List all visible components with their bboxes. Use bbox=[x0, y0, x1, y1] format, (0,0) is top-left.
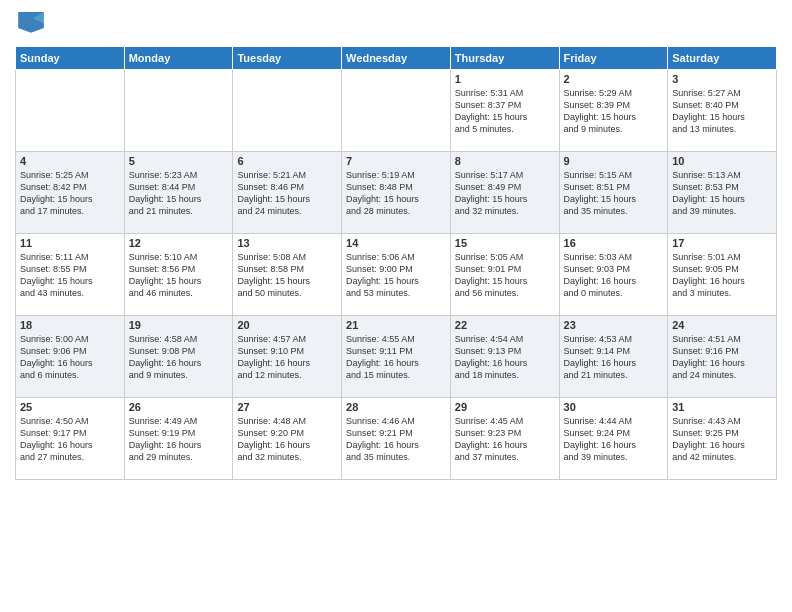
day-info: Sunrise: 5:19 AM Sunset: 8:48 PM Dayligh… bbox=[346, 169, 446, 218]
day-number: 3 bbox=[672, 73, 772, 85]
day-number: 20 bbox=[237, 319, 337, 331]
col-header-monday: Monday bbox=[124, 47, 233, 70]
calendar-cell: 12Sunrise: 5:10 AM Sunset: 8:56 PM Dayli… bbox=[124, 234, 233, 316]
day-number: 11 bbox=[20, 237, 120, 249]
day-number: 15 bbox=[455, 237, 555, 249]
calendar-cell: 19Sunrise: 4:58 AM Sunset: 9:08 PM Dayli… bbox=[124, 316, 233, 398]
day-number: 25 bbox=[20, 401, 120, 413]
calendar-cell: 4Sunrise: 5:25 AM Sunset: 8:42 PM Daylig… bbox=[16, 152, 125, 234]
calendar-cell: 20Sunrise: 4:57 AM Sunset: 9:10 PM Dayli… bbox=[233, 316, 342, 398]
calendar-cell: 25Sunrise: 4:50 AM Sunset: 9:17 PM Dayli… bbox=[16, 398, 125, 480]
calendar-table: SundayMondayTuesdayWednesdayThursdayFrid… bbox=[15, 46, 777, 480]
day-number: 17 bbox=[672, 237, 772, 249]
calendar-cell: 31Sunrise: 4:43 AM Sunset: 9:25 PM Dayli… bbox=[668, 398, 777, 480]
day-info: Sunrise: 5:21 AM Sunset: 8:46 PM Dayligh… bbox=[237, 169, 337, 218]
day-number: 6 bbox=[237, 155, 337, 167]
day-info: Sunrise: 4:54 AM Sunset: 9:13 PM Dayligh… bbox=[455, 333, 555, 382]
calendar-cell bbox=[16, 70, 125, 152]
week-row-4: 18Sunrise: 5:00 AM Sunset: 9:06 PM Dayli… bbox=[16, 316, 777, 398]
calendar-cell: 22Sunrise: 4:54 AM Sunset: 9:13 PM Dayli… bbox=[450, 316, 559, 398]
day-number: 8 bbox=[455, 155, 555, 167]
day-number: 19 bbox=[129, 319, 229, 331]
calendar-cell: 1Sunrise: 5:31 AM Sunset: 8:37 PM Daylig… bbox=[450, 70, 559, 152]
week-row-5: 25Sunrise: 4:50 AM Sunset: 9:17 PM Dayli… bbox=[16, 398, 777, 480]
day-number: 24 bbox=[672, 319, 772, 331]
day-number: 23 bbox=[564, 319, 664, 331]
day-info: Sunrise: 5:06 AM Sunset: 9:00 PM Dayligh… bbox=[346, 251, 446, 300]
day-number: 13 bbox=[237, 237, 337, 249]
day-number: 12 bbox=[129, 237, 229, 249]
day-info: Sunrise: 4:48 AM Sunset: 9:20 PM Dayligh… bbox=[237, 415, 337, 464]
calendar-cell: 13Sunrise: 5:08 AM Sunset: 8:58 PM Dayli… bbox=[233, 234, 342, 316]
day-number: 29 bbox=[455, 401, 555, 413]
day-info: Sunrise: 5:11 AM Sunset: 8:55 PM Dayligh… bbox=[20, 251, 120, 300]
day-number: 18 bbox=[20, 319, 120, 331]
logo-icon bbox=[15, 10, 47, 38]
day-info: Sunrise: 5:01 AM Sunset: 9:05 PM Dayligh… bbox=[672, 251, 772, 300]
calendar-cell: 15Sunrise: 5:05 AM Sunset: 9:01 PM Dayli… bbox=[450, 234, 559, 316]
day-info: Sunrise: 5:05 AM Sunset: 9:01 PM Dayligh… bbox=[455, 251, 555, 300]
calendar-cell: 18Sunrise: 5:00 AM Sunset: 9:06 PM Dayli… bbox=[16, 316, 125, 398]
day-number: 26 bbox=[129, 401, 229, 413]
day-info: Sunrise: 4:43 AM Sunset: 9:25 PM Dayligh… bbox=[672, 415, 772, 464]
day-info: Sunrise: 4:44 AM Sunset: 9:24 PM Dayligh… bbox=[564, 415, 664, 464]
calendar-cell: 14Sunrise: 5:06 AM Sunset: 9:00 PM Dayli… bbox=[342, 234, 451, 316]
day-info: Sunrise: 5:25 AM Sunset: 8:42 PM Dayligh… bbox=[20, 169, 120, 218]
day-info: Sunrise: 5:29 AM Sunset: 8:39 PM Dayligh… bbox=[564, 87, 664, 136]
calendar-cell: 7Sunrise: 5:19 AM Sunset: 8:48 PM Daylig… bbox=[342, 152, 451, 234]
calendar-cell: 3Sunrise: 5:27 AM Sunset: 8:40 PM Daylig… bbox=[668, 70, 777, 152]
col-header-saturday: Saturday bbox=[668, 47, 777, 70]
day-info: Sunrise: 5:27 AM Sunset: 8:40 PM Dayligh… bbox=[672, 87, 772, 136]
day-info: Sunrise: 4:45 AM Sunset: 9:23 PM Dayligh… bbox=[455, 415, 555, 464]
calendar-cell: 28Sunrise: 4:46 AM Sunset: 9:21 PM Dayli… bbox=[342, 398, 451, 480]
day-number: 28 bbox=[346, 401, 446, 413]
day-info: Sunrise: 4:55 AM Sunset: 9:11 PM Dayligh… bbox=[346, 333, 446, 382]
calendar-cell: 9Sunrise: 5:15 AM Sunset: 8:51 PM Daylig… bbox=[559, 152, 668, 234]
col-header-wednesday: Wednesday bbox=[342, 47, 451, 70]
week-row-3: 11Sunrise: 5:11 AM Sunset: 8:55 PM Dayli… bbox=[16, 234, 777, 316]
calendar-cell: 23Sunrise: 4:53 AM Sunset: 9:14 PM Dayli… bbox=[559, 316, 668, 398]
week-row-1: 1Sunrise: 5:31 AM Sunset: 8:37 PM Daylig… bbox=[16, 70, 777, 152]
day-info: Sunrise: 5:17 AM Sunset: 8:49 PM Dayligh… bbox=[455, 169, 555, 218]
day-number: 4 bbox=[20, 155, 120, 167]
day-info: Sunrise: 5:31 AM Sunset: 8:37 PM Dayligh… bbox=[455, 87, 555, 136]
day-number: 16 bbox=[564, 237, 664, 249]
day-info: Sunrise: 4:49 AM Sunset: 9:19 PM Dayligh… bbox=[129, 415, 229, 464]
day-info: Sunrise: 4:53 AM Sunset: 9:14 PM Dayligh… bbox=[564, 333, 664, 382]
col-header-thursday: Thursday bbox=[450, 47, 559, 70]
day-number: 30 bbox=[564, 401, 664, 413]
calendar-cell: 17Sunrise: 5:01 AM Sunset: 9:05 PM Dayli… bbox=[668, 234, 777, 316]
page-header bbox=[15, 10, 777, 38]
calendar-cell: 29Sunrise: 4:45 AM Sunset: 9:23 PM Dayli… bbox=[450, 398, 559, 480]
day-number: 22 bbox=[455, 319, 555, 331]
day-number: 1 bbox=[455, 73, 555, 85]
day-info: Sunrise: 5:00 AM Sunset: 9:06 PM Dayligh… bbox=[20, 333, 120, 382]
day-info: Sunrise: 5:08 AM Sunset: 8:58 PM Dayligh… bbox=[237, 251, 337, 300]
day-info: Sunrise: 4:46 AM Sunset: 9:21 PM Dayligh… bbox=[346, 415, 446, 464]
day-number: 9 bbox=[564, 155, 664, 167]
day-info: Sunrise: 5:13 AM Sunset: 8:53 PM Dayligh… bbox=[672, 169, 772, 218]
calendar-cell: 30Sunrise: 4:44 AM Sunset: 9:24 PM Dayli… bbox=[559, 398, 668, 480]
day-info: Sunrise: 5:23 AM Sunset: 8:44 PM Dayligh… bbox=[129, 169, 229, 218]
calendar-cell: 21Sunrise: 4:55 AM Sunset: 9:11 PM Dayli… bbox=[342, 316, 451, 398]
day-info: Sunrise: 5:03 AM Sunset: 9:03 PM Dayligh… bbox=[564, 251, 664, 300]
col-header-sunday: Sunday bbox=[16, 47, 125, 70]
calendar-page: SundayMondayTuesdayWednesdayThursdayFrid… bbox=[0, 0, 792, 612]
calendar-cell: 24Sunrise: 4:51 AM Sunset: 9:16 PM Dayli… bbox=[668, 316, 777, 398]
col-header-tuesday: Tuesday bbox=[233, 47, 342, 70]
header-row: SundayMondayTuesdayWednesdayThursdayFrid… bbox=[16, 47, 777, 70]
day-info: Sunrise: 4:51 AM Sunset: 9:16 PM Dayligh… bbox=[672, 333, 772, 382]
day-number: 14 bbox=[346, 237, 446, 249]
day-info: Sunrise: 4:57 AM Sunset: 9:10 PM Dayligh… bbox=[237, 333, 337, 382]
calendar-cell: 10Sunrise: 5:13 AM Sunset: 8:53 PM Dayli… bbox=[668, 152, 777, 234]
calendar-cell bbox=[233, 70, 342, 152]
day-info: Sunrise: 4:58 AM Sunset: 9:08 PM Dayligh… bbox=[129, 333, 229, 382]
calendar-cell: 8Sunrise: 5:17 AM Sunset: 8:49 PM Daylig… bbox=[450, 152, 559, 234]
day-info: Sunrise: 5:10 AM Sunset: 8:56 PM Dayligh… bbox=[129, 251, 229, 300]
calendar-cell bbox=[342, 70, 451, 152]
calendar-cell: 26Sunrise: 4:49 AM Sunset: 9:19 PM Dayli… bbox=[124, 398, 233, 480]
calendar-cell: 27Sunrise: 4:48 AM Sunset: 9:20 PM Dayli… bbox=[233, 398, 342, 480]
day-number: 27 bbox=[237, 401, 337, 413]
day-number: 2 bbox=[564, 73, 664, 85]
week-row-2: 4Sunrise: 5:25 AM Sunset: 8:42 PM Daylig… bbox=[16, 152, 777, 234]
